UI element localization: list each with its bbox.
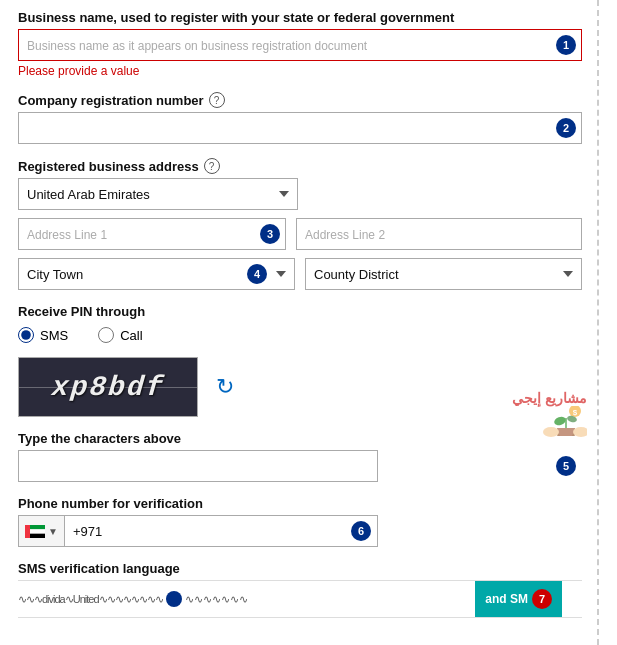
pin-radio-group: SMS Call: [18, 327, 582, 343]
step-badge-3: 3: [260, 224, 280, 244]
step-badge-6: 6: [351, 521, 371, 541]
sms-lang-extra: ∿∿∿∿∿∿∿: [185, 593, 248, 606]
pin-call-option[interactable]: Call: [98, 327, 142, 343]
form-container: Business name, used to register with you…: [0, 0, 600, 628]
address-lines-row: 3: [18, 218, 582, 250]
svg-rect-3: [30, 533, 45, 537]
captcha-input-group: Type the characters above 5: [18, 431, 582, 482]
business-name-label: Business name, used to register with you…: [18, 10, 582, 25]
sms-lang-wavy-text: ∿∿∿divida∿United∿∿∿∿∿∿∿∿: [18, 593, 163, 606]
company-reg-group: Company registration number ? 2: [18, 92, 582, 144]
business-name-input-wrap: 1: [18, 29, 582, 61]
step-badge-5: 5: [556, 456, 576, 476]
address-line1-wrap: 3: [18, 218, 286, 250]
step-badge-1: 1: [556, 35, 576, 55]
sms-lang-label: SMS verification language: [18, 561, 582, 576]
pin-label: Receive PIN through: [18, 304, 582, 319]
phone-input[interactable]: [65, 516, 377, 546]
address-group: Registered business address ? United Ara…: [18, 158, 582, 290]
pin-sms-radio[interactable]: [18, 327, 34, 343]
captcha-refresh-button[interactable]: ↻: [208, 370, 242, 404]
address-help-icon[interactable]: ?: [204, 158, 220, 174]
sms-lang-dot: [166, 591, 182, 607]
captcha-input-label: Type the characters above: [18, 431, 582, 446]
captcha-input[interactable]: [18, 450, 378, 482]
phone-dropdown-arrow: ▼: [48, 526, 58, 537]
address-label: Registered business address ?: [18, 158, 582, 174]
pin-sms-option[interactable]: SMS: [18, 327, 68, 343]
business-name-group: Business name, used to register with you…: [18, 10, 582, 78]
business-name-input[interactable]: [18, 29, 582, 61]
company-reg-input[interactable]: [18, 112, 582, 144]
captcha-input-wrap: 5: [18, 450, 582, 482]
svg-rect-1: [30, 525, 45, 529]
step-badge-2: 2: [556, 118, 576, 138]
step-badge-7: 7: [532, 589, 552, 609]
city-county-row: City Town 4 County District: [18, 258, 582, 290]
step-badge-4: 4: [247, 264, 267, 284]
captcha-image: xp8bdf: [18, 357, 198, 417]
svg-rect-0: [25, 525, 30, 538]
phone-label: Phone number for verification: [18, 496, 582, 511]
business-name-error: Please provide a value: [18, 64, 582, 78]
address-line2-input[interactable]: [296, 218, 582, 250]
uae-flag-icon: [25, 525, 45, 538]
company-reg-label: Company registration number ?: [18, 92, 582, 108]
phone-flag[interactable]: ▼: [19, 516, 65, 546]
serrated-edge: [597, 0, 617, 645]
county-select[interactable]: County District: [305, 258, 582, 290]
svg-rect-2: [30, 529, 45, 533]
pin-call-label: Call: [120, 328, 142, 343]
country-select[interactable]: United Arab Emirates: [18, 178, 298, 210]
sms-lang-section: SMS verification language ∿∿∿divida∿Unit…: [18, 561, 582, 618]
company-reg-help-icon[interactable]: ?: [209, 92, 225, 108]
pin-section: Receive PIN through SMS Call: [18, 304, 582, 343]
city-select-wrap: City Town 4: [18, 258, 295, 290]
sms-lang-teal-badge: and SM 7: [475, 581, 562, 617]
county-select-wrap: County District: [305, 258, 582, 290]
captcha-text: xp8bdf: [50, 372, 166, 403]
company-reg-input-wrap: 2: [18, 112, 582, 144]
captcha-section: xp8bdf ↻: [18, 357, 582, 417]
pin-sms-label: SMS: [40, 328, 68, 343]
phone-group: Phone number for verification ▼ 6: [18, 496, 582, 547]
phone-input-wrap: ▼ 6: [18, 515, 378, 547]
address-line1-input[interactable]: [18, 218, 286, 250]
page-wrapper: Business name, used to register with you…: [0, 0, 617, 645]
pin-call-radio[interactable]: [98, 327, 114, 343]
sms-lang-row: ∿∿∿divida∿United∿∿∿∿∿∿∿∿ ∿∿∿∿∿∿∿ and SM …: [18, 580, 582, 618]
